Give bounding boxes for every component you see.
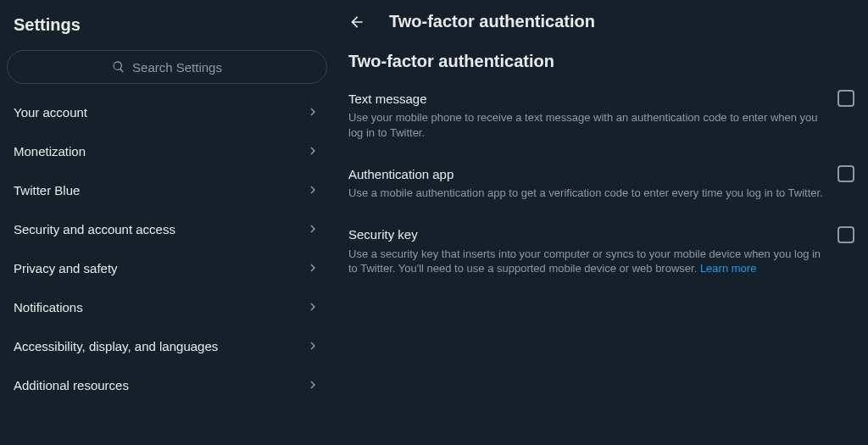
- sidebar-item-security[interactable]: Security and account access: [0, 209, 334, 248]
- chevron-right-icon: [305, 104, 320, 120]
- settings-sidebar: Settings Search Settings Your account Mo…: [0, 0, 335, 445]
- sidebar-item-label: Security and account access: [14, 222, 175, 236]
- sidebar-item-label: Additional resources: [14, 378, 129, 392]
- option-header: Security key: [348, 226, 854, 243]
- sidebar-item-label: Accessibility, display, and languages: [14, 339, 218, 353]
- search-container: Search Settings: [0, 45, 334, 92]
- chevron-right-icon: [305, 338, 320, 353]
- option-title: Authentication app: [348, 167, 453, 181]
- checkbox-auth-app[interactable]: [837, 165, 854, 182]
- sidebar-item-label: Your account: [14, 105, 87, 120]
- search-icon: [112, 60, 125, 74]
- sidebar-item-privacy[interactable]: Privacy and safety: [0, 248, 334, 287]
- chevron-right-icon: [305, 182, 320, 197]
- option-title: Text message: [348, 92, 427, 106]
- topbar-title: Two-factor authentication: [389, 12, 595, 31]
- sidebar-item-label: Twitter Blue: [14, 183, 80, 197]
- sidebar-item-your-account[interactable]: Your account: [0, 92, 334, 131]
- back-arrow-icon[interactable]: [348, 14, 365, 31]
- option-header: Authentication app: [348, 165, 854, 182]
- option-header: Text message: [348, 90, 854, 107]
- sidebar-item-monetization[interactable]: Monetization: [0, 131, 334, 170]
- checkbox-security-key[interactable]: [837, 226, 854, 243]
- sidebar-title: Settings: [0, 0, 334, 45]
- sidebar-item-label: Notifications: [14, 300, 83, 314]
- main-panel: Two-factor authentication Two-factor aut…: [335, 0, 868, 445]
- checkbox-text-message[interactable]: [837, 90, 854, 107]
- search-placeholder: Search Settings: [132, 60, 222, 75]
- topbar: Two-factor authentication: [335, 0, 868, 36]
- chevron-right-icon: [305, 221, 320, 236]
- sidebar-item-notifications[interactable]: Notifications: [0, 287, 334, 326]
- chevron-right-icon: [305, 260, 320, 275]
- chevron-right-icon: [305, 377, 320, 392]
- option-description: Use a security key that inserts into you…: [348, 243, 854, 276]
- option-security-key: Security key Use a security key that ins…: [335, 216, 868, 292]
- sidebar-item-label: Monetization: [14, 144, 86, 159]
- option-description: Use your mobile phone to receive a text …: [348, 107, 854, 140]
- learn-more-link[interactable]: Learn more: [700, 262, 756, 275]
- sidebar-items: Your account Monetization Twitter Blue S…: [0, 92, 334, 404]
- option-title: Security key: [348, 227, 418, 242]
- search-input[interactable]: Search Settings: [7, 50, 327, 84]
- option-auth-app: Authentication app Use a mobile authenti…: [335, 155, 868, 216]
- option-text-message: Text message Use your mobile phone to re…: [335, 80, 868, 155]
- sidebar-item-accessibility[interactable]: Accessibility, display, and languages: [0, 326, 334, 365]
- chevron-right-icon: [305, 299, 320, 314]
- sidebar-item-twitter-blue[interactable]: Twitter Blue: [0, 170, 334, 209]
- chevron-right-icon: [305, 143, 320, 159]
- sidebar-item-label: Privacy and safety: [14, 261, 118, 275]
- option-description: Use a mobile authentication app to get a…: [348, 182, 854, 201]
- sidebar-item-additional[interactable]: Additional resources: [0, 365, 334, 404]
- page-heading: Two-factor authentication: [335, 36, 868, 80]
